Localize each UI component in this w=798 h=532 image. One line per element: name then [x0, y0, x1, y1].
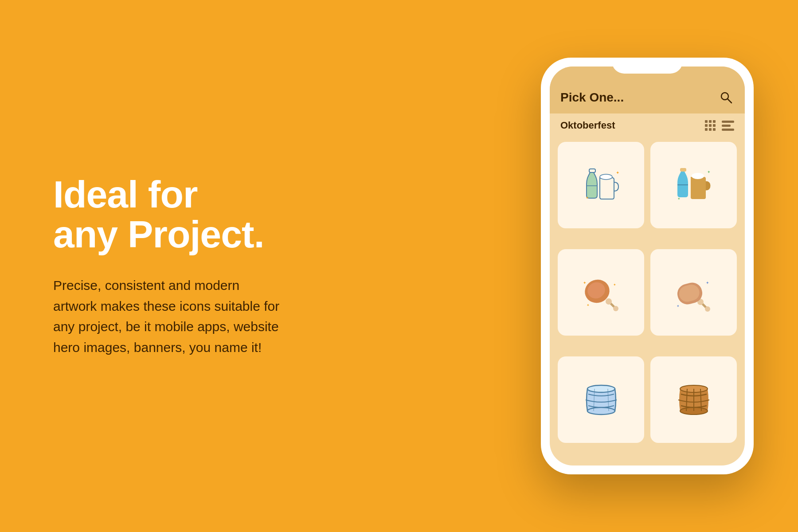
svg-rect-2 [589, 169, 595, 172]
search-icon[interactable] [718, 90, 734, 106]
svg-text:✦: ✦ [707, 170, 711, 174]
svg-text:✦: ✦ [587, 303, 590, 307]
view-toggle[interactable] [705, 120, 734, 131]
icon-cell-2[interactable]: ✦ ✦ [650, 142, 737, 228]
svg-text:✦: ✦ [677, 304, 680, 308]
icon-cell-5[interactable] [558, 356, 644, 443]
phone-mockup: Pick One... Oktoberfest [532, 58, 763, 474]
svg-point-9 [692, 173, 704, 179]
category-bar: Oktoberfest [550, 113, 745, 137]
headline-line2: any Project. [53, 214, 310, 254]
headline: Ideal for any Project. [53, 174, 310, 254]
phone-header: Pick One... [550, 66, 745, 113]
svg-point-14 [613, 306, 618, 311]
svg-text:✦: ✦ [616, 170, 619, 175]
phone-frame: Pick One... Oktoberfest [541, 58, 754, 474]
grid-view-icon[interactable] [705, 120, 716, 131]
left-section: Ideal for any Project. Precise, consiste… [53, 174, 310, 358]
svg-line-1 [728, 99, 732, 103]
svg-text:✦: ✦ [613, 283, 616, 287]
phone-screen: Pick One... Oktoberfest [550, 66, 745, 466]
svg-text:✦: ✦ [706, 281, 709, 285]
svg-text:✦: ✦ [586, 196, 589, 200]
icon-cell-1[interactable]: ✦ ✦ [558, 142, 644, 228]
svg-point-4 [600, 174, 612, 180]
svg-point-28 [587, 407, 615, 415]
svg-point-13 [606, 298, 612, 305]
svg-text:✦: ✦ [677, 197, 681, 201]
category-label: Oktoberfest [560, 120, 615, 131]
svg-text:✦: ✦ [583, 281, 587, 285]
svg-point-22 [705, 306, 710, 312]
icon-cell-4[interactable]: ✦ ✦ [650, 249, 737, 336]
description: Precise, consistent and modern artwork m… [53, 275, 284, 358]
svg-point-27 [587, 385, 615, 392]
icon-cell-6[interactable] [650, 356, 737, 443]
headline-line1: Ideal for [53, 174, 310, 214]
icon-cell-3[interactable]: ✦ ✦ ✦ [558, 249, 644, 336]
svg-rect-7 [680, 168, 686, 172]
list-view-icon[interactable] [722, 121, 734, 131]
phone-title: Pick One... [560, 90, 624, 105]
icon-grid: ✦ ✦ [550, 137, 745, 466]
